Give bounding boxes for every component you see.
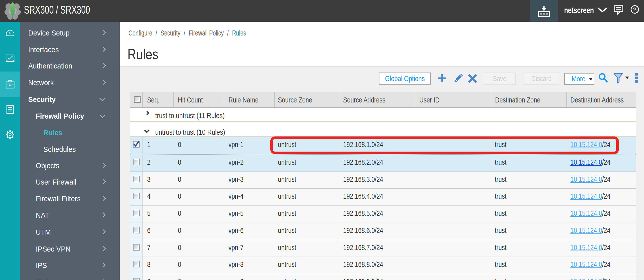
svg-text:?: ?: [633, 6, 636, 13]
